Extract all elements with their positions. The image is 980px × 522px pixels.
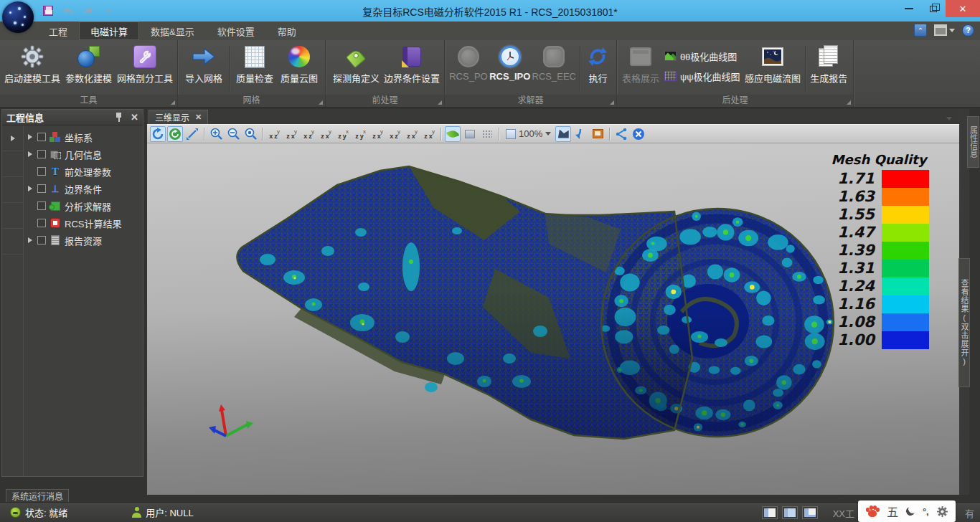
layout-split-button[interactable] <box>783 507 797 518</box>
ime-settings-gear-icon[interactable] <box>937 506 948 517</box>
zoom-in-button[interactable] <box>208 126 224 142</box>
solver-rcs-po-button[interactable]: RCS_PO <box>449 43 488 82</box>
view-iso-3-button[interactable]: yzx <box>404 126 420 142</box>
checkbox[interactable] <box>37 133 46 141</box>
tabbar-caret-icon[interactable] <box>946 117 952 120</box>
generate-report-button[interactable]: 生成报告 <box>809 43 849 85</box>
checkbox[interactable] <box>37 167 46 176</box>
capture-window-button[interactable] <box>590 126 606 142</box>
expand-arrow-icon[interactable] <box>28 186 32 191</box>
layout-bottom-panel-button[interactable] <box>803 507 817 518</box>
tree-item-analysis-solver[interactable]: 分析求解器 <box>24 197 143 214</box>
checkbox[interactable] <box>37 219 46 227</box>
pin-icon[interactable] <box>116 113 122 122</box>
tab-software-settings[interactable]: 软件设置 <box>206 22 266 40</box>
layout-left-panel-button[interactable] <box>763 507 777 518</box>
launch-modeling-tool-button[interactable]: 启动建模工具 <box>4 43 60 85</box>
rotate-view-button[interactable] <box>150 126 166 142</box>
tree-item-geometry-info[interactable]: 几何信息 <box>24 146 143 163</box>
zoom-box-icon <box>506 129 516 139</box>
panel-close-icon[interactable]: ✕ <box>131 112 138 123</box>
geometry-icon <box>50 148 61 160</box>
legend-value: 1.71 <box>821 170 882 188</box>
table-display-button[interactable]: 表格展示 <box>621 43 660 85</box>
view-front-button[interactable]: yxz <box>266 126 282 142</box>
app-logo[interactable] <box>2 1 34 33</box>
checkbox[interactable] <box>37 184 46 193</box>
checkbox[interactable] <box>37 201 46 210</box>
induced-current-map-button[interactable]: 感应电磁流图 <box>744 43 801 85</box>
view-iso-2-button[interactable]: yxz <box>387 126 402 142</box>
quality-check-button[interactable]: 质量检查 <box>233 43 276 85</box>
points-mode-button[interactable] <box>479 126 495 142</box>
flat-mode-button[interactable] <box>462 126 478 142</box>
solver-rcs-eec-button[interactable]: RCS_EEC <box>532 43 576 82</box>
tab-3d-display[interactable]: 三维显示 ✕ <box>149 110 208 124</box>
view-iso-4-button[interactable]: yzx <box>421 126 437 142</box>
restore-button[interactable] <box>921 0 946 17</box>
view-back-button[interactable]: yzx <box>283 126 299 142</box>
tab-data-display[interactable]: 数据&显示 <box>139 22 206 40</box>
view-results-vertical-tab[interactable]: 查看结果(双击展开) <box>958 258 970 387</box>
zoom-extents-button[interactable] <box>242 126 258 142</box>
tab-em-computation[interactable]: 电磁计算 <box>79 22 139 40</box>
view-right-button[interactable]: yzx <box>318 126 334 142</box>
share-view-button[interactable] <box>613 126 629 142</box>
view-bottom-button[interactable]: xzy <box>352 126 368 142</box>
tree-item-coordinate-system[interactable]: 坐标系 <box>24 128 143 146</box>
ime-mode-label[interactable]: 五 <box>887 503 898 520</box>
ime-logo-icon[interactable] <box>866 506 879 517</box>
refresh-view-button[interactable] <box>167 126 183 142</box>
tree-item-rcs-results[interactable]: RCS计算结果 <box>24 214 143 232</box>
tree-item-report-resources[interactable]: 报告资源 <box>24 232 143 249</box>
tab-close-icon[interactable]: ✕ <box>195 113 202 122</box>
help-button[interactable]: ? <box>962 24 974 37</box>
3d-viewport[interactable]: Mesh Quality 1.711.631.551.471.391.311.2… <box>147 143 959 495</box>
section-view-button[interactable] <box>555 126 571 142</box>
gutter-expand-arrow[interactable] <box>11 136 15 141</box>
view-toolbar: yxzyzxyxzyzxxzyxzyyzxyxzyzxyzx 100% <box>147 124 959 143</box>
cancel-button[interactable] <box>631 126 646 142</box>
zoom-level-widget[interactable]: 100% <box>503 128 554 139</box>
ime-toolbar[interactable]: 五 °, <box>858 500 956 522</box>
view-iso-1-button[interactable]: yzx <box>369 126 385 142</box>
expand-arrow-icon[interactable] <box>28 237 32 243</box>
ime-fullhalf-icon[interactable] <box>905 506 915 516</box>
sphere-cube-icon <box>77 44 101 69</box>
execute-button[interactable]: 执行 <box>584 43 612 85</box>
fit-view-button[interactable] <box>184 126 200 142</box>
zoom-out-button[interactable] <box>225 126 241 142</box>
collapse-ribbon-button[interactable]: ⌃ <box>914 24 927 37</box>
checkbox[interactable] <box>37 236 46 245</box>
expand-arrow-icon[interactable] <box>28 134 32 140</box>
quality-cloud-map-button[interactable]: 质量云图 <box>278 43 321 85</box>
shaded-mode-button[interactable] <box>445 126 461 142</box>
arrow-down-button[interactable] <box>573 126 588 142</box>
mesh-partition-tool-button[interactable]: 网格剖分工具 <box>117 43 173 85</box>
checkbox[interactable] <box>37 150 46 158</box>
tab-project[interactable]: 工程 <box>37 22 79 40</box>
close-button[interactable]: ✕ <box>946 0 980 17</box>
ime-punctuation-icon[interactable]: °, <box>923 506 929 517</box>
minimize-button[interactable] <box>897 0 921 17</box>
properties-vertical-tab[interactable]: 属性信息 <box>967 116 979 168</box>
window-style-button[interactable] <box>934 24 955 36</box>
tab-help[interactable]: 帮助 <box>266 22 308 40</box>
tree-item-boundary-conditions[interactable]: ⟂ 边界条件 <box>24 180 143 197</box>
boundary-conditions-button[interactable]: 边界条件设置 <box>384 43 440 85</box>
dots-grid-icon <box>482 130 492 138</box>
theta-polarization-curve-button[interactable]: θθ极化曲线图 <box>661 47 743 65</box>
solver-rcs-ipo-button[interactable]: RCS_IPO <box>489 43 531 82</box>
psi-polarization-curve-button[interactable]: ψψ极化曲线图 <box>661 67 743 85</box>
view-top-button[interactable]: xzy <box>335 126 351 142</box>
parametric-modeling-button[interactable]: 参数化建模 <box>62 43 116 85</box>
system-messages-tab[interactable]: 系统运行消息 <box>6 489 69 502</box>
project-info-panel: 工程信息 ✕ 坐标系 几何信息 <box>1 109 143 477</box>
probe-angle-button[interactable]: 探测角定义 <box>330 43 382 85</box>
expand-arrow-icon[interactable] <box>28 151 32 157</box>
view-left-button[interactable]: yxz <box>301 126 316 142</box>
tree-item-preprocess-params[interactable]: T 前处理参数 <box>24 163 143 180</box>
parameter-icon: T <box>50 166 61 177</box>
import-mesh-button[interactable]: 导入网格 <box>182 43 225 85</box>
report-pages-icon <box>816 44 841 69</box>
